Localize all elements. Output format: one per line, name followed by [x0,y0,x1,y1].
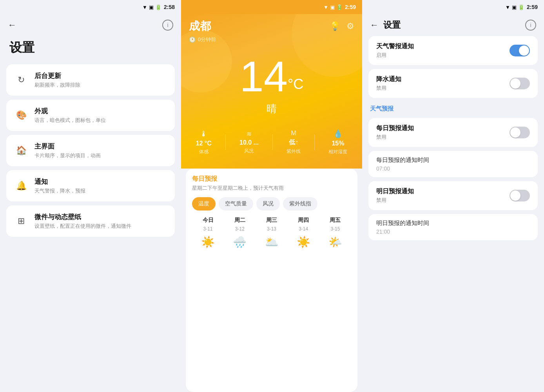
settings-item-sub-5: 设置壁纸，配置正在使用的微件，通知微件 [34,223,131,230]
toggle-daily-forecast[interactable] [510,127,530,138]
notify-row-weather-alert: 天气警报通知 启用 [376,42,530,59]
forecast-card: 每日预报 星期二下午至星期二晚上，预计天气有雨 温度 空气质量 风况 紫外线指 … [186,169,357,392]
stat-wind: ≋ 10.0 ... 风况 [239,130,259,154]
home-screen-icon: 🏠 [14,143,28,158]
weather-battery-icon: 🔋 [336,4,343,10]
humidity-label: 相对湿度 [328,149,347,155]
daily-forecast-time-value: 07:00 [376,165,530,172]
notifications-icon: 🔔 [14,179,28,193]
background-update-icon: ↻ [14,73,28,87]
day-4-icon: 🌤️ [328,236,342,249]
status-bar-1: ▼ ▣ 🔋 2:58 [0,0,181,14]
day-1-icon: 🌧️ [233,236,247,249]
forecast-tab-wind[interactable]: 风况 [256,197,280,211]
settings-item-text-2: 外观 语言，暗色模式，图标包，单位 [34,107,106,124]
wind-value: 10.0 ... [239,139,259,146]
stat-divider-1 [225,134,226,150]
info-button-3[interactable]: i [525,20,536,31]
settings-item-text-4: 通知 天气警报，降水，预报 [34,177,85,194]
toolbar-left-3: ← 设置 [370,19,401,31]
forecast-tab-air[interactable]: 空气质量 [219,197,253,211]
weather-signal-icon: ▣ [330,4,335,10]
tomorrow-forecast-time-title: 明日预报的通知时间 [376,220,530,227]
toggle-knob-weather-alert [519,45,529,56]
notify-info-tomorrow-forecast: 明日预报通知 禁用 [376,187,414,204]
settings-item-title-1: 后台更新 [34,71,80,80]
wifi-icon: ▼ [142,4,147,10]
notify-settings-list: 天气警报通知 启用 降水通知 禁用 天气预报 [362,36,544,240]
weather-settings-icon[interactable]: ⚙ [346,21,354,31]
weather-description: 晴 [189,102,354,116]
back-button-3[interactable]: ← [370,20,379,30]
notify-title-tomorrow-forecast: 明日预报通知 [376,187,414,196]
notify-row-tomorrow-forecast: 明日预报通知 禁用 [376,187,530,204]
info-button-1[interactable]: i [162,20,173,31]
feels-like-label: 体感 [199,149,209,155]
toggle-tomorrow-forecast[interactable] [510,190,530,201]
day-2-name: 周三 [266,217,277,224]
settings-item-background-update[interactable]: ↻ 后台更新 刷新频率，故障排除 [6,64,175,96]
settings-item-text-3: 主界面 卡片顺序，显示的项目，动画 [34,142,101,159]
status-icons-3: ▼ ▣ 🔋 [505,4,524,10]
tomorrow-forecast-time-value: 21:00 [376,229,530,235]
toggle-rain[interactable] [510,78,530,89]
settings-item-notifications[interactable]: 🔔 通知 天气警报，降水，预报 [6,170,175,201]
settings-item-sub-3: 卡片顺序，显示的项目，动画 [34,152,101,159]
settings-list: ↻ 后台更新 刷新频率，故障排除 🎨 外观 语言，暗色模式，图标包，单位 🏠 主… [0,64,181,237]
panel-settings-notify: ▼ ▣ 🔋 2:59 ← 设置 i 天气警报通知 启用 [362,0,544,392]
temperature-value: 14 [240,55,288,98]
forecast-tab-uv[interactable]: 紫外线指 [283,197,317,211]
signal-icon: ▣ [149,4,154,10]
battery-icon: 🔋 [155,4,161,10]
daily-forecast-time-item[interactable]: 每日预报的通知时间 07:00 [368,151,538,177]
settings-item-sub-4: 天气警报，降水，预报 [34,187,85,194]
tomorrow-forecast-time-item[interactable]: 明日预报的通知时间 21:00 [368,214,538,240]
toggle-knob-tomorrow-forecast [510,191,520,201]
wind-icon: ≋ [247,130,252,138]
forecast-day-2: 周三 3-13 🌥️ [256,217,287,250]
notify-title-daily-forecast: 每日预报通知 [376,124,414,132]
settings-item-text-5: 微件与动态壁纸 设置壁纸，配置正在使用的微件，通知微件 [34,212,131,230]
weather-stats: 🌡 12 °C 体感 ≋ 10.0 ... 风况 M 低↑ 紫外线 💧 15% … [189,125,354,159]
settings-item-appearance[interactable]: 🎨 外观 语言，暗色模式，图标包，单位 [6,100,175,131]
city-name: 成都 [189,19,211,34]
temperature-display: 14°C [189,47,354,102]
settings-item-title-3: 主界面 [34,142,101,151]
notify-item-tomorrow-forecast: 明日预报通知 禁用 [368,181,538,210]
feels-like-value: 12 °C [196,140,212,147]
notify-info-rain: 降水通知 禁用 [376,75,401,92]
panel-weather: ▼ ▣ 🔋 2:59 成都 💡 ⚙ 🕐 0分钟前 14°C 晴 [181,0,362,392]
settings-item-widgets[interactable]: ⊞ 微件与动态壁纸 设置壁纸，配置正在使用的微件，通知微件 [6,205,175,237]
stat-feels-like: 🌡 12 °C 体感 [196,129,212,155]
uv-label: 紫外线 [287,148,301,155]
section-header-forecast: 天气预报 [368,102,538,114]
settings-item-home-screen[interactable]: 🏠 主界面 卡片顺序，显示的项目，动画 [6,135,175,166]
weather-status-time: 2:59 [345,4,356,10]
forecast-title: 每日预报 [192,175,351,183]
weather-top: 成都 💡 ⚙ 🕐 0分钟前 14°C 晴 🌡 12 °C 体感 ≋ [181,14,362,169]
page-title-1: 设置 [0,36,181,64]
notify-row-rain: 降水通知 禁用 [376,75,530,92]
stat-humidity: 💧 15% 相对湿度 [328,129,347,155]
notify-sub-daily-forecast: 禁用 [376,134,414,141]
day-4-date: 3-15 [330,226,340,232]
weather-theme-icon[interactable]: 💡 [330,21,340,31]
toolbar-1: ← i [0,14,181,36]
back-button-1[interactable]: ← [8,20,16,30]
clock-icon: 🕐 [189,36,196,43]
forecast-tab-temp[interactable]: 温度 [192,197,216,211]
toggle-weather-alert[interactable] [510,45,530,56]
toolbar-3: ← 设置 i [362,14,544,36]
stat-divider-3 [314,134,315,150]
notify-sub-tomorrow-forecast: 禁用 [376,197,414,204]
day-2-date: 3-13 [267,226,276,232]
panel-settings-main: ▼ ▣ 🔋 2:58 ← i 设置 ↻ 后台更新 刷新频率，故障排除 🎨 外观 … [0,0,181,392]
weather-status-bar: ▼ ▣ 🔋 2:59 [181,0,362,14]
settings-item-title-4: 通知 [34,177,85,186]
update-time: 🕐 0分钟前 [189,36,354,43]
day-4-name: 周五 [330,217,341,224]
settings-item-sub-2: 语言，暗色模式，图标包，单位 [34,117,106,124]
forecast-tabs: 温度 空气质量 风况 紫外线指 [192,197,351,211]
status-time-1: 2:58 [164,4,175,10]
update-time-text: 0分钟前 [198,36,216,43]
